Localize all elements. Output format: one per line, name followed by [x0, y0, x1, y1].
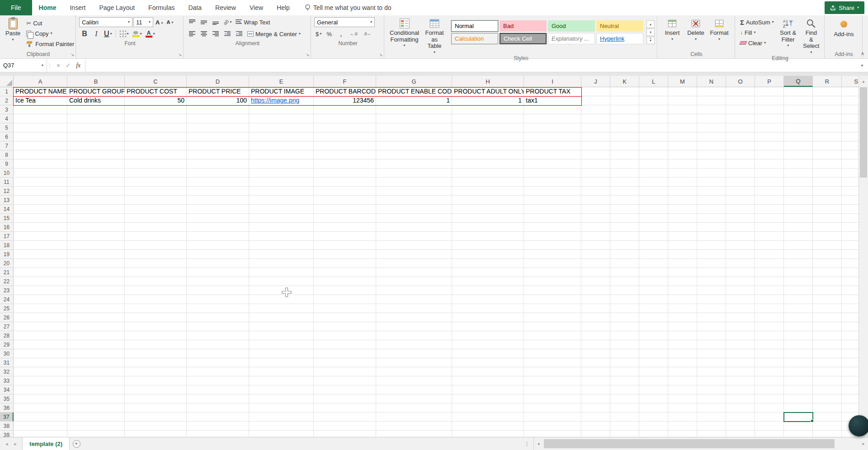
cell-Q16[interactable] — [784, 223, 813, 232]
cell-F32[interactable] — [314, 367, 376, 376]
cell-A22[interactable] — [14, 277, 67, 286]
cell-O17[interactable] — [726, 232, 755, 241]
cell-I24[interactable] — [524, 295, 581, 304]
cell-Q15[interactable] — [784, 214, 813, 223]
font-dialog-launcher[interactable]: ↘ — [178, 53, 182, 57]
cell-P20[interactable] — [755, 259, 784, 268]
cell-S3[interactable] — [842, 105, 859, 114]
cell-O10[interactable] — [726, 169, 755, 178]
cell-B19[interactable] — [67, 250, 125, 259]
sort-filter-button[interactable]: A Z Sort & Filter ▾ — [778, 17, 799, 48]
cell-Q10[interactable] — [784, 169, 813, 178]
cell-L39[interactable] — [639, 431, 668, 437]
cell-M11[interactable] — [668, 178, 697, 187]
cell-O31[interactable] — [726, 358, 755, 367]
cell-K4[interactable] — [610, 114, 639, 123]
column-header-M[interactable]: M — [668, 76, 697, 87]
cell-L21[interactable] — [639, 268, 668, 277]
cell-M3[interactable] — [668, 105, 697, 114]
cell-K18[interactable] — [610, 241, 639, 250]
cell-M31[interactable] — [668, 358, 697, 367]
cell-G24[interactable] — [376, 295, 452, 304]
cell-H7[interactable] — [452, 141, 524, 150]
cell-N36[interactable] — [697, 403, 726, 412]
cell-A21[interactable] — [14, 268, 67, 277]
cell-N24[interactable] — [697, 295, 726, 304]
cell-C18[interactable] — [125, 241, 187, 250]
row-header-1[interactable]: 1 — [0, 87, 14, 96]
cell-S33[interactable] — [842, 376, 859, 385]
row-header-16[interactable]: 16 — [0, 223, 14, 232]
cell-R16[interactable] — [813, 223, 842, 232]
cell-M15[interactable] — [668, 214, 697, 223]
cell-D19[interactable] — [187, 250, 249, 259]
row-header-21[interactable]: 21 — [0, 268, 14, 277]
cell-A31[interactable] — [14, 358, 67, 367]
cell-L31[interactable] — [639, 358, 668, 367]
cell-L12[interactable] — [639, 187, 668, 196]
format-as-table-button[interactable]: Format as Table ▾ — [421, 17, 448, 55]
cell-E13[interactable] — [249, 196, 314, 205]
row-header-18[interactable]: 18 — [0, 241, 14, 250]
cell-E25[interactable] — [249, 304, 314, 313]
cell-C26[interactable] — [125, 313, 187, 322]
cell-L17[interactable] — [639, 232, 668, 241]
row-header-33[interactable]: 33 — [0, 376, 14, 385]
cell-C15[interactable] — [125, 214, 187, 223]
cell-K14[interactable] — [610, 205, 639, 214]
cell-J20[interactable] — [581, 259, 610, 268]
cell-G31[interactable] — [376, 358, 452, 367]
cell-D27[interactable] — [187, 322, 249, 331]
cell-N21[interactable] — [697, 268, 726, 277]
column-header-P[interactable]: P — [755, 76, 784, 87]
cell-N27[interactable] — [697, 322, 726, 331]
cell-S27[interactable] — [842, 322, 859, 331]
tell-me-box[interactable]: Tell me what you want to do — [305, 0, 392, 15]
cell-C23[interactable] — [125, 286, 187, 295]
cell-A30[interactable] — [14, 349, 67, 358]
cell-E18[interactable] — [249, 241, 314, 250]
cell-A5[interactable] — [14, 123, 67, 132]
cell-P3[interactable] — [755, 105, 784, 114]
tab-page-layout[interactable]: Page Layout — [92, 0, 142, 15]
cell-R17[interactable] — [813, 232, 842, 241]
cell-K8[interactable] — [610, 150, 639, 159]
expand-formula-bar-icon[interactable]: ▾ — [856, 59, 868, 72]
cell-R20[interactable] — [813, 259, 842, 268]
cell-P8[interactable] — [755, 150, 784, 159]
cell-M29[interactable] — [668, 340, 697, 349]
gallery-up-button[interactable]: ▴ — [646, 20, 655, 28]
cell-H18[interactable] — [452, 241, 524, 250]
cell-N15[interactable] — [697, 214, 726, 223]
clear-button[interactable]: Clear ▾ — [738, 38, 776, 48]
row-header-22[interactable]: 22 — [0, 277, 14, 286]
cell-M17[interactable] — [668, 232, 697, 241]
cell-P32[interactable] — [755, 367, 784, 376]
cell-P33[interactable] — [755, 376, 784, 385]
cell-M38[interactable] — [668, 422, 697, 431]
row-header-25[interactable]: 25 — [0, 304, 14, 313]
cell-E34[interactable] — [249, 385, 314, 394]
cell-M14[interactable] — [668, 205, 697, 214]
cell-B12[interactable] — [67, 187, 125, 196]
cell-D14[interactable] — [187, 205, 249, 214]
increase-decimal-button[interactable]: ←.0 — [347, 29, 360, 39]
cell-G4[interactable] — [376, 114, 452, 123]
cell-J8[interactable] — [581, 150, 610, 159]
cell-O37[interactable] — [726, 412, 755, 422]
cell-M12[interactable] — [668, 187, 697, 196]
cell-B24[interactable] — [67, 295, 125, 304]
cell-A37[interactable] — [14, 412, 67, 422]
addins-button[interactable]: Add-ins — [831, 17, 856, 39]
cell-A15[interactable] — [14, 214, 67, 223]
select-all-corner[interactable] — [0, 76, 14, 87]
cell-K9[interactable] — [610, 159, 639, 169]
row-header-23[interactable]: 23 — [0, 286, 14, 295]
cell-F26[interactable] — [314, 313, 376, 322]
cell-F5[interactable] — [314, 123, 376, 132]
cell-L25[interactable] — [639, 304, 668, 313]
cell-P1[interactable] — [755, 87, 784, 96]
cell-R5[interactable] — [813, 123, 842, 132]
tab-view[interactable]: View — [243, 0, 270, 15]
cell-B32[interactable] — [67, 367, 125, 376]
